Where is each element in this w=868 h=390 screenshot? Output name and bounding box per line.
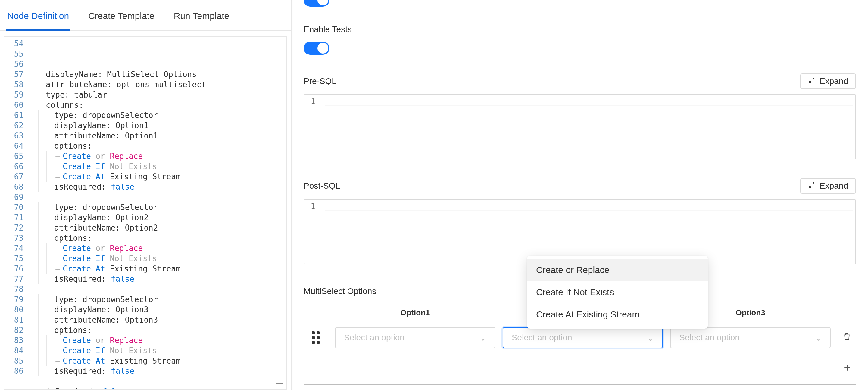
code-editor-wrap: 5455565758596061626364656667686970717273… [0, 31, 291, 390]
code-line[interactable]: –Create At Existing Stream [30, 264, 286, 274]
code-line[interactable]: displayName: Option3 [30, 304, 286, 315]
code-line[interactable]: –Create At Existing Stream [30, 356, 286, 366]
code-line[interactable]: isRequired: false [30, 366, 286, 376]
code-line[interactable] [30, 376, 286, 386]
code-line[interactable]: type: tabular [30, 90, 286, 100]
right-panel: Enable Tests Pre-SQL Expand 1 [291, 0, 868, 390]
toggle-top-partial[interactable] [304, 0, 330, 7]
code-line[interactable]: options: [30, 233, 286, 243]
code-line[interactable]: –Create If Not Exists [30, 253, 286, 264]
code-gutter: 5455565758596061626364656667686970717273… [4, 37, 27, 389]
add-row-button[interactable]: ＋ [304, 360, 856, 375]
pre-sql-editor[interactable]: 1 [304, 95, 856, 160]
code-line[interactable]: options: [30, 141, 286, 151]
dropdown-item-create-or-replace[interactable]: Create or Replace [527, 259, 708, 281]
code-line[interactable] [30, 192, 286, 202]
pre-sql-label: Pre-SQL [304, 76, 336, 86]
code-line[interactable]: attributeName: Option1 [30, 131, 286, 141]
minus-icon: — [276, 378, 283, 388]
expand-icon [808, 181, 815, 191]
code-line[interactable]: isRequired: false [30, 182, 286, 192]
delete-row-button[interactable] [838, 332, 856, 344]
pre-sql-section: Pre-SQL Expand 1 [304, 73, 856, 160]
table-row: Select an option ⌄ Select an option ⌄ Se… [304, 327, 856, 348]
code-line[interactable]: –Create or Replace [30, 151, 286, 161]
post-sql-section: Post-SQL Expand 1 [304, 178, 856, 264]
code-line[interactable] [30, 59, 286, 69]
code-line[interactable]: –Create or Replace [30, 335, 286, 346]
pre-sql-gutter: 1 [304, 95, 322, 159]
chevron-down-icon: ⌄ [479, 333, 487, 343]
code-line[interactable]: –Create If Not Exists [30, 346, 286, 356]
expand-label: Expand [819, 181, 848, 191]
drag-handle-icon[interactable] [304, 331, 328, 344]
tab-node-definition[interactable]: Node Definition [6, 11, 70, 30]
select-placeholder: Select an option [512, 333, 572, 343]
code-line[interactable]: –type: dropdownSelector [30, 110, 286, 120]
code-line[interactable]: displayName: Option1 [30, 120, 286, 131]
code-line[interactable]: isRequired: false [30, 386, 286, 389]
post-sql-gutter: 1 [304, 200, 322, 264]
pre-sql-body[interactable] [322, 95, 855, 159]
column-header-option1: Option1 [335, 308, 495, 318]
code-line[interactable]: displayName: Option2 [30, 213, 286, 223]
select-placeholder: Select an option [344, 333, 404, 343]
dropdown-item-create-at-existing-stream[interactable]: Create At Existing Stream [527, 303, 708, 326]
code-body[interactable]: –displayName: MultiSelect Optionsattribu… [27, 37, 286, 389]
chevron-down-icon: ⌄ [815, 333, 822, 343]
dropdown-item-create-if-not-exists[interactable]: Create If Not Exists [527, 281, 708, 303]
code-editor[interactable]: 5455565758596061626364656667686970717273… [4, 36, 287, 390]
expand-label: Expand [819, 76, 848, 86]
tabs: Node Definition Create Template Run Temp… [0, 0, 291, 31]
enable-tests-label: Enable Tests [304, 25, 856, 34]
code-line[interactable]: attributeName: Option3 [30, 315, 286, 325]
post-sql-editor[interactable]: 1 [304, 199, 856, 264]
tab-run-template[interactable]: Run Template [173, 11, 231, 30]
code-line[interactable]: attributeName: options_multiselect [30, 79, 286, 90]
code-line[interactable]: –type: dropdownSelector [30, 294, 286, 304]
code-line[interactable]: –Create At Existing Stream [30, 171, 286, 182]
code-line[interactable]: –Create or Replace [30, 243, 286, 253]
code-line[interactable]: –Create If Not Exists [30, 161, 286, 171]
code-line[interactable]: isRequired: false [30, 274, 286, 284]
toggle-enable-tests[interactable] [304, 41, 330, 55]
select-placeholder: Select an option [679, 333, 740, 343]
expand-button-postsql[interactable]: Expand [800, 178, 856, 194]
code-line[interactable] [30, 284, 286, 294]
code-line[interactable]: –type: dropdownSelector [30, 202, 286, 213]
code-line[interactable]: –displayName: MultiSelect Options [30, 69, 286, 79]
chevron-down-icon: ⌄ [647, 333, 654, 343]
code-line[interactable]: options: [30, 325, 286, 335]
code-line[interactable]: attributeName: Option2 [30, 223, 286, 233]
expand-icon [808, 76, 815, 86]
select-option2[interactable]: Select an option ⌄ [503, 327, 663, 348]
tab-create-template[interactable]: Create Template [87, 11, 156, 30]
dropdown-menu: Create or Replace Create If Not Exists C… [527, 256, 708, 329]
post-sql-label: Post-SQL [304, 181, 340, 191]
select-option1[interactable]: Select an option ⌄ [335, 327, 495, 348]
left-panel: Node Definition Create Template Run Temp… [0, 0, 291, 390]
expand-button-presql[interactable]: Expand [800, 73, 856, 89]
code-line[interactable]: columns: [30, 100, 286, 110]
multiselect-section: MultiSelect Options Create or Replace Cr… [304, 287, 856, 385]
select-option3[interactable]: Select an option ⌄ [670, 327, 831, 348]
post-sql-body[interactable] [322, 200, 855, 264]
